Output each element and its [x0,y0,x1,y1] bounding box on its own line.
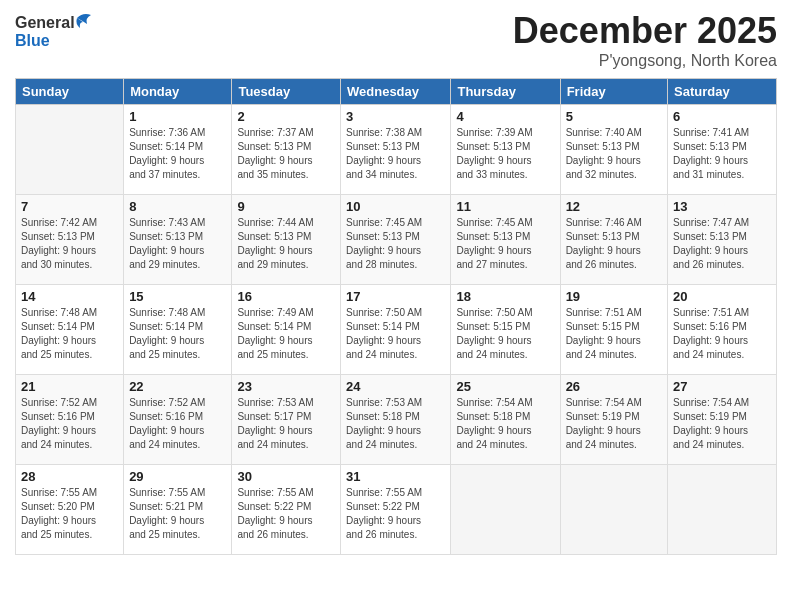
day-number: 4 [456,109,554,124]
day-number: 14 [21,289,118,304]
calendar-day-cell: 27Sunrise: 7:54 AM Sunset: 5:19 PM Dayli… [668,375,777,465]
day-number: 27 [673,379,771,394]
day-number: 8 [129,199,226,214]
svg-text:General: General [15,14,75,31]
calendar-day-cell: 12Sunrise: 7:46 AM Sunset: 5:13 PM Dayli… [560,195,667,285]
calendar-day-cell: 10Sunrise: 7:45 AM Sunset: 5:13 PM Dayli… [341,195,451,285]
calendar-day-cell: 14Sunrise: 7:48 AM Sunset: 5:14 PM Dayli… [16,285,124,375]
day-number: 15 [129,289,226,304]
day-info: Sunrise: 7:48 AM Sunset: 5:14 PM Dayligh… [129,306,226,362]
day-info: Sunrise: 7:45 AM Sunset: 5:13 PM Dayligh… [346,216,445,272]
calendar-day-cell: 19Sunrise: 7:51 AM Sunset: 5:15 PM Dayli… [560,285,667,375]
day-number: 26 [566,379,662,394]
calendar-day-header: Wednesday [341,79,451,105]
day-number: 12 [566,199,662,214]
day-number: 7 [21,199,118,214]
calendar-day-header: Saturday [668,79,777,105]
calendar-day-cell: 31Sunrise: 7:55 AM Sunset: 5:22 PM Dayli… [341,465,451,555]
day-info: Sunrise: 7:52 AM Sunset: 5:16 PM Dayligh… [129,396,226,452]
calendar-day-cell: 16Sunrise: 7:49 AM Sunset: 5:14 PM Dayli… [232,285,341,375]
day-number: 18 [456,289,554,304]
day-number: 21 [21,379,118,394]
calendar-day-cell: 26Sunrise: 7:54 AM Sunset: 5:19 PM Dayli… [560,375,667,465]
calendar-day-cell: 1Sunrise: 7:36 AM Sunset: 5:14 PM Daylig… [124,105,232,195]
day-number: 6 [673,109,771,124]
day-number: 22 [129,379,226,394]
calendar-week-row: 7Sunrise: 7:42 AM Sunset: 5:13 PM Daylig… [16,195,777,285]
day-number: 20 [673,289,771,304]
day-number: 17 [346,289,445,304]
calendar-day-cell: 18Sunrise: 7:50 AM Sunset: 5:15 PM Dayli… [451,285,560,375]
calendar-header-row: SundayMondayTuesdayWednesdayThursdayFrid… [16,79,777,105]
logo: General Blue [15,10,95,52]
day-info: Sunrise: 7:55 AM Sunset: 5:20 PM Dayligh… [21,486,118,542]
page-container: General Blue December 2025 P'yongsong, N… [0,0,792,565]
day-info: Sunrise: 7:47 AM Sunset: 5:13 PM Dayligh… [673,216,771,272]
calendar-day-cell [451,465,560,555]
day-number: 31 [346,469,445,484]
day-number: 23 [237,379,335,394]
day-number: 2 [237,109,335,124]
calendar-day-cell: 15Sunrise: 7:48 AM Sunset: 5:14 PM Dayli… [124,285,232,375]
calendar-day-header: Monday [124,79,232,105]
calendar-day-cell: 6Sunrise: 7:41 AM Sunset: 5:13 PM Daylig… [668,105,777,195]
month-title: December 2025 [513,10,777,52]
day-info: Sunrise: 7:51 AM Sunset: 5:15 PM Dayligh… [566,306,662,362]
day-info: Sunrise: 7:41 AM Sunset: 5:13 PM Dayligh… [673,126,771,182]
day-info: Sunrise: 7:39 AM Sunset: 5:13 PM Dayligh… [456,126,554,182]
day-info: Sunrise: 7:54 AM Sunset: 5:19 PM Dayligh… [673,396,771,452]
day-number: 11 [456,199,554,214]
day-number: 24 [346,379,445,394]
calendar-day-cell: 17Sunrise: 7:50 AM Sunset: 5:14 PM Dayli… [341,285,451,375]
day-info: Sunrise: 7:36 AM Sunset: 5:14 PM Dayligh… [129,126,226,182]
calendar-day-cell: 3Sunrise: 7:38 AM Sunset: 5:13 PM Daylig… [341,105,451,195]
calendar-day-cell [668,465,777,555]
calendar-day-header: Friday [560,79,667,105]
day-info: Sunrise: 7:40 AM Sunset: 5:13 PM Dayligh… [566,126,662,182]
calendar-day-cell: 22Sunrise: 7:52 AM Sunset: 5:16 PM Dayli… [124,375,232,465]
day-info: Sunrise: 7:55 AM Sunset: 5:22 PM Dayligh… [346,486,445,542]
calendar-day-cell: 8Sunrise: 7:43 AM Sunset: 5:13 PM Daylig… [124,195,232,285]
page-header: General Blue December 2025 P'yongsong, N… [15,10,777,70]
location-subtitle: P'yongsong, North Korea [513,52,777,70]
calendar-day-cell: 24Sunrise: 7:53 AM Sunset: 5:18 PM Dayli… [341,375,451,465]
calendar-day-cell [560,465,667,555]
calendar-day-cell: 13Sunrise: 7:47 AM Sunset: 5:13 PM Dayli… [668,195,777,285]
day-number: 25 [456,379,554,394]
day-info: Sunrise: 7:50 AM Sunset: 5:14 PM Dayligh… [346,306,445,362]
calendar-week-row: 21Sunrise: 7:52 AM Sunset: 5:16 PM Dayli… [16,375,777,465]
day-number: 29 [129,469,226,484]
day-info: Sunrise: 7:51 AM Sunset: 5:16 PM Dayligh… [673,306,771,362]
calendar-day-cell: 11Sunrise: 7:45 AM Sunset: 5:13 PM Dayli… [451,195,560,285]
day-info: Sunrise: 7:45 AM Sunset: 5:13 PM Dayligh… [456,216,554,272]
day-info: Sunrise: 7:38 AM Sunset: 5:13 PM Dayligh… [346,126,445,182]
calendar-day-cell: 2Sunrise: 7:37 AM Sunset: 5:13 PM Daylig… [232,105,341,195]
calendar-day-cell: 20Sunrise: 7:51 AM Sunset: 5:16 PM Dayli… [668,285,777,375]
day-info: Sunrise: 7:42 AM Sunset: 5:13 PM Dayligh… [21,216,118,272]
day-info: Sunrise: 7:53 AM Sunset: 5:18 PM Dayligh… [346,396,445,452]
day-info: Sunrise: 7:46 AM Sunset: 5:13 PM Dayligh… [566,216,662,272]
day-number: 9 [237,199,335,214]
calendar-day-cell: 28Sunrise: 7:55 AM Sunset: 5:20 PM Dayli… [16,465,124,555]
calendar-day-cell: 7Sunrise: 7:42 AM Sunset: 5:13 PM Daylig… [16,195,124,285]
day-info: Sunrise: 7:37 AM Sunset: 5:13 PM Dayligh… [237,126,335,182]
day-info: Sunrise: 7:55 AM Sunset: 5:22 PM Dayligh… [237,486,335,542]
day-number: 13 [673,199,771,214]
day-info: Sunrise: 7:49 AM Sunset: 5:14 PM Dayligh… [237,306,335,362]
day-number: 5 [566,109,662,124]
day-info: Sunrise: 7:53 AM Sunset: 5:17 PM Dayligh… [237,396,335,452]
day-info: Sunrise: 7:52 AM Sunset: 5:16 PM Dayligh… [21,396,118,452]
calendar-day-header: Tuesday [232,79,341,105]
logo-svg: General Blue [15,10,95,52]
calendar-day-cell: 5Sunrise: 7:40 AM Sunset: 5:13 PM Daylig… [560,105,667,195]
calendar-day-cell: 30Sunrise: 7:55 AM Sunset: 5:22 PM Dayli… [232,465,341,555]
day-info: Sunrise: 7:55 AM Sunset: 5:21 PM Dayligh… [129,486,226,542]
calendar-table: SundayMondayTuesdayWednesdayThursdayFrid… [15,78,777,555]
day-number: 10 [346,199,445,214]
day-number: 3 [346,109,445,124]
day-number: 19 [566,289,662,304]
day-number: 28 [21,469,118,484]
day-info: Sunrise: 7:50 AM Sunset: 5:15 PM Dayligh… [456,306,554,362]
calendar-day-cell [16,105,124,195]
day-info: Sunrise: 7:54 AM Sunset: 5:18 PM Dayligh… [456,396,554,452]
